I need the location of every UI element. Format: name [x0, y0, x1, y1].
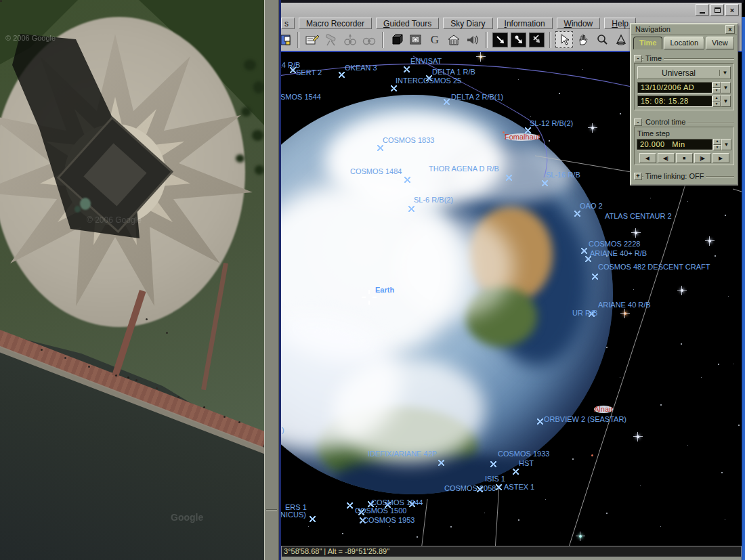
- google-g-icon[interactable]: G: [426, 31, 444, 48]
- collapse-time-button[interactable]: -: [634, 55, 642, 62]
- status-bar: 3°58'58.68" | Alt = -89°51'25.89": [281, 546, 742, 557]
- maximize-button[interactable]: [710, 4, 724, 16]
- menu-item-information[interactable]: Information: [497, 18, 553, 29]
- google-watermark: © 2006 Google: [87, 215, 142, 225]
- menu-item-clipped[interactable]: s: [281, 18, 295, 29]
- spin-down-icon[interactable]: ▼: [712, 102, 721, 108]
- satellite-icon[interactable]: [404, 177, 410, 183]
- satellite-label: OAO 2: [580, 202, 603, 210]
- star: [633, 289, 634, 290]
- star: [635, 232, 637, 234]
- navigation-panel-title[interactable]: Navigation x: [631, 24, 737, 35]
- stop-button[interactable]: ■: [676, 153, 693, 163]
- spin-up-icon[interactable]: ▲: [713, 139, 721, 145]
- cursor-arrow-icon[interactable]: [555, 31, 573, 48]
- satellite-icon[interactable]: [581, 248, 587, 254]
- star: [591, 454, 593, 456]
- cube-icon[interactable]: [388, 31, 406, 48]
- tab-time[interactable]: Time: [633, 37, 662, 49]
- satellite-icon[interactable]: [537, 418, 543, 425]
- star: [579, 535, 582, 538]
- spin-down-icon[interactable]: ▼: [712, 88, 721, 94]
- magnifier-icon[interactable]: [593, 31, 611, 48]
- timezone-select[interactable]: Universal ▼: [637, 66, 731, 79]
- star: [559, 93, 560, 94]
- star: [687, 445, 688, 446]
- expand-linking-button[interactable]: +: [634, 173, 642, 180]
- date-spinner[interactable]: ▲ ▼: [712, 82, 721, 93]
- star: [701, 377, 702, 378]
- satellite-icon[interactable]: [310, 516, 316, 522]
- date-field[interactable]: 13/10/2006 AD: [637, 82, 712, 93]
- home-icon[interactable]: [445, 31, 463, 48]
- satellite-label: NICUS): [281, 511, 306, 519]
- satellite-icon[interactable]: [592, 274, 598, 280]
- properties-pencil-icon[interactable]: [303, 31, 321, 48]
- step-forward-button[interactable]: |▶: [694, 153, 711, 163]
- step-dropdown-button[interactable]: ▼: [721, 139, 731, 150]
- menu-item-window[interactable]: Window: [557, 18, 601, 29]
- spin-up-icon[interactable]: ▲: [712, 95, 721, 102]
- toolbar-separator: [486, 32, 488, 48]
- satellite-icon[interactable]: [438, 460, 444, 466]
- fov-cone-icon[interactable]: [612, 31, 630, 48]
- zoom-sky-cancel-icon[interactable]: [529, 33, 545, 47]
- satellite-label: ASTEX 1: [504, 483, 534, 491]
- time-field[interactable]: 15: 08: 15.28: [637, 95, 712, 107]
- date-dropdown-button[interactable]: ▼: [721, 82, 731, 93]
- spin-up-icon[interactable]: ▲: [712, 82, 721, 88]
- time-spinner[interactable]: ▲ ▼: [712, 95, 721, 107]
- minimize-button[interactable]: [696, 4, 709, 16]
- people-dots: [0, 0, 2, 2]
- zoom-sky-star-icon[interactable]: [511, 33, 526, 47]
- play-reverse-button[interactable]: ◀: [639, 153, 656, 163]
- window-splitter[interactable]: [264, 0, 279, 560]
- sound-icon[interactable]: [464, 31, 482, 48]
- binoculars-icon[interactable]: [360, 31, 378, 48]
- zoom-out-sky-icon[interactable]: [492, 33, 508, 47]
- binoculars-up-icon[interactable]: [341, 31, 359, 48]
- navigation-tabs: Time Location View: [631, 35, 737, 49]
- title-bar[interactable]: ×: [281, 3, 742, 17]
- spin-down-icon[interactable]: ▼: [713, 145, 721, 151]
- satellite-icon[interactable]: [513, 469, 519, 475]
- step-back-button[interactable]: ◀|: [658, 153, 675, 163]
- aerial-photo-pane[interactable]: © 2006 Google © 2006 Google Google: [0, 0, 264, 560]
- menu-item-guided-tours[interactable]: Guided Tours: [376, 18, 439, 29]
- document-panel-icon[interactable]: [276, 31, 293, 48]
- panel-close-button[interactable]: x: [725, 25, 735, 34]
- satellite-icon[interactable]: [404, 66, 410, 72]
- menu-item-macro-recorder[interactable]: Macro Recorder: [299, 18, 372, 29]
- satellite-label: ENVISAT: [410, 58, 442, 65]
- close-button[interactable]: ×: [725, 4, 739, 16]
- star: [650, 198, 651, 198]
- satellite-icon[interactable]: [506, 175, 512, 181]
- satellite-icon[interactable]: [377, 145, 383, 151]
- telescope-icon[interactable]: [322, 31, 340, 48]
- star: [660, 526, 661, 527]
- play-forward-button[interactable]: ▶: [712, 153, 729, 163]
- menu-item-sky-diary[interactable]: Sky Diary: [443, 18, 492, 29]
- satellite-icon[interactable]: [496, 484, 502, 490]
- image-icon[interactable]: [407, 31, 425, 48]
- time-step-field[interactable]: 20.000 Min: [637, 139, 713, 150]
- satellite-icon[interactable]: [339, 72, 345, 78]
- step-spinner[interactable]: ▲ ▼: [713, 139, 721, 150]
- satellite-icon[interactable]: [391, 85, 397, 91]
- close-icon: x: [728, 24, 731, 35]
- satellite-icon[interactable]: [347, 502, 353, 509]
- satellite-icon[interactable]: [490, 461, 496, 467]
- pan-hand-icon[interactable]: [574, 31, 592, 48]
- star: [640, 486, 641, 486]
- satellite-icon[interactable]: [408, 206, 414, 212]
- google-watermark: Google: [171, 512, 203, 523]
- tab-view[interactable]: View: [706, 37, 734, 49]
- time-dropdown-button[interactable]: ▼: [721, 95, 731, 107]
- satellite-icon[interactable]: [444, 99, 450, 105]
- satellite-icon[interactable]: [574, 211, 580, 217]
- star: [308, 526, 309, 527]
- collapse-control-button[interactable]: -: [634, 119, 642, 126]
- tab-location[interactable]: Location: [664, 37, 704, 49]
- satellite-icon[interactable]: [542, 180, 548, 186]
- time-linking-group: + Time linking: OFF: [634, 172, 734, 181]
